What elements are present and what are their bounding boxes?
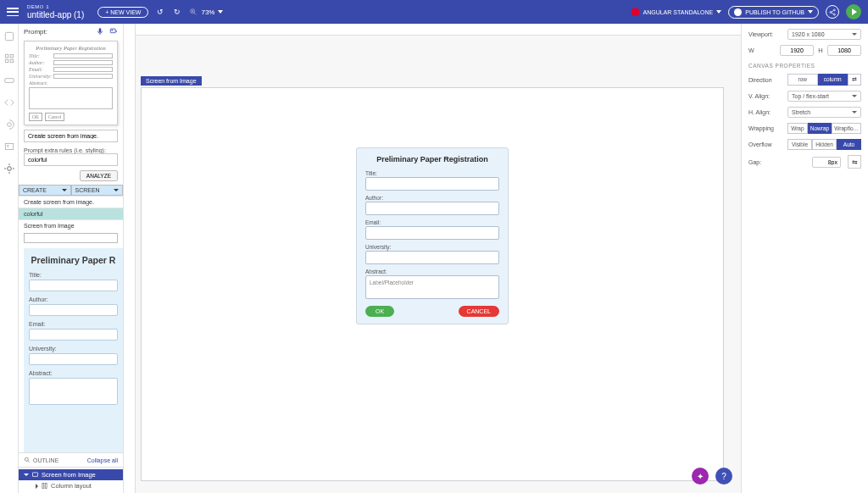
tree: Screen from Image Column layout	[19, 468, 123, 493]
prompt-sketch: Preliminary Paper Registration Title: Au…	[24, 41, 118, 125]
svg-point-18	[7, 167, 11, 171]
angular-standalone-dropdown[interactable]: ANGULAR STANDALONE	[632, 8, 722, 16]
abstract-input[interactable]: Label/Placeholder	[365, 275, 499, 299]
create-dropdown[interactable]: CREATE	[19, 185, 71, 196]
extra-rules-input[interactable]	[24, 153, 118, 166]
zoom-value: 73%	[201, 8, 214, 16]
outline-label: OUTLINE	[33, 457, 58, 463]
standalone-label: ANGULAR STANDALONE	[643, 9, 714, 15]
menu-icon[interactable]	[7, 8, 19, 16]
chevron-down-icon	[852, 111, 857, 114]
cancel-button[interactable]: CANCEL	[459, 306, 499, 317]
preview-title: Preliminary Paper R	[29, 255, 118, 265]
share-button[interactable]	[826, 5, 839, 19]
svg-line-1	[194, 13, 197, 14]
svg-rect-10	[5, 54, 8, 58]
halign-select[interactable]: Stretch	[787, 107, 861, 118]
history-item[interactable]: Screen from Image	[19, 219, 123, 231]
preview-university-input[interactable]	[29, 353, 118, 365]
theme-icon[interactable]	[3, 119, 15, 130]
gap-link-icon[interactable]: ⇆	[848, 155, 861, 169]
direction-row-button[interactable]: row	[787, 74, 818, 86]
svg-point-26	[112, 30, 113, 30]
title-input[interactable]	[365, 177, 499, 191]
svg-rect-31	[45, 484, 47, 489]
preview-title-input[interactable]	[29, 280, 118, 291]
viewport-select[interactable]: 1920 x 1080	[787, 29, 861, 40]
ai-prompt-icon[interactable]	[3, 163, 15, 174]
prompt-input[interactable]	[24, 130, 118, 142]
ai-fab[interactable]: ✦	[692, 468, 709, 485]
sketch-ok: OK	[29, 113, 42, 121]
chevron-down-icon	[62, 189, 67, 191]
publish-github-button[interactable]: PUBLISH TO GITHUB	[728, 6, 819, 19]
tree-root[interactable]: Screen from Image	[19, 469, 123, 480]
layers-icon[interactable]	[3, 53, 15, 64]
ruler-vertical	[124, 24, 136, 493]
screen-dropdown[interactable]: SCREEN	[71, 185, 124, 196]
assets-icon[interactable]	[3, 141, 15, 152]
svg-rect-30	[42, 484, 44, 489]
svg-line-28	[28, 461, 30, 463]
ok-button[interactable]: OK	[365, 306, 394, 317]
microphone-icon[interactable]	[96, 27, 104, 36]
hidden-button[interactable]: Hidden	[812, 139, 837, 150]
zoom-control[interactable]: 73%	[189, 8, 223, 16]
height-input[interactable]	[827, 45, 861, 56]
svg-line-7	[831, 10, 833, 12]
topbar: DEMO 1 untitled-app (1) + NEW VIEW ↺ ↻ 7…	[0, 0, 868, 24]
email-input[interactable]	[365, 226, 499, 240]
extra-rules-label: Prompt extra rules (i.e. styling):	[24, 147, 118, 153]
help-fab[interactable]: ?	[715, 468, 732, 485]
analyze-button[interactable]: ANALYZE	[80, 170, 118, 181]
history-current-input[interactable]	[24, 233, 118, 243]
left-panel: Prompt: Preliminary Paper Registration T…	[19, 24, 124, 493]
gap-input[interactable]	[812, 157, 841, 168]
chevron-down-icon	[852, 33, 857, 36]
chevron-right-icon	[36, 484, 38, 489]
tree-child[interactable]: Column layout	[19, 480, 123, 491]
new-view-button[interactable]: + NEW VIEW	[97, 7, 148, 18]
sketch-title: Preliminary Paper Registration	[29, 45, 113, 51]
preview-abstract-input[interactable]	[29, 378, 118, 405]
canvas-area: Screen from Image Preliminary Paper Regi…	[124, 24, 741, 493]
history-item[interactable]: Create screen from image.	[19, 196, 123, 208]
direction-column-button[interactable]: column	[818, 74, 849, 86]
data-icon[interactable]	[3, 75, 15, 86]
ruler-horizontal	[124, 24, 741, 36]
preview-author-input[interactable]	[29, 304, 118, 316]
demo-label: DEMO 1	[27, 4, 84, 10]
code-icon[interactable]	[3, 97, 15, 108]
wrap-button[interactable]: Wrap	[787, 123, 808, 134]
svg-rect-9	[5, 32, 13, 40]
overflow-group: Visible Hidden Auto	[787, 139, 861, 150]
width-input[interactable]	[780, 45, 814, 56]
chevron-down-icon	[808, 10, 813, 14]
preview-button[interactable]	[846, 4, 861, 19]
collapse-all-link[interactable]: Collapse all	[87, 457, 118, 463]
valign-select[interactable]: Top / flex-start	[787, 91, 861, 102]
wrapflow-button[interactable]: Wrapflo…	[832, 123, 861, 134]
chevron-down-icon	[218, 10, 223, 14]
direction-swap-icon[interactable]: ⇄	[848, 74, 861, 86]
icon-rail	[0, 24, 19, 493]
university-input[interactable]	[365, 251, 499, 264]
nowrap-button[interactable]: Nowrap	[808, 123, 832, 134]
auto-button[interactable]: Auto	[837, 139, 861, 150]
canvas-screen[interactable]: Screen from Image Preliminary Paper Regi…	[141, 87, 724, 481]
preview-email-input[interactable]	[29, 329, 118, 341]
author-input[interactable]	[365, 202, 499, 215]
visible-button[interactable]: Visible	[787, 139, 812, 150]
history-item[interactable]: colorful	[19, 208, 123, 219]
svg-point-17	[7, 146, 8, 147]
svg-rect-16	[5, 144, 13, 150]
redo-icon[interactable]: ↻	[172, 7, 182, 17]
undo-icon[interactable]: ↺	[155, 7, 165, 17]
svg-rect-11	[10, 54, 14, 58]
publish-label: PUBLISH TO GITHUB	[745, 9, 804, 15]
outline-bar: OUTLINE Collapse all	[19, 452, 123, 468]
components-icon[interactable]	[3, 30, 15, 42]
properties-section: CANVAS PROPERTIES	[748, 63, 861, 69]
viewport-label: Viewport:	[748, 31, 784, 37]
image-prompt-icon[interactable]	[109, 27, 118, 36]
